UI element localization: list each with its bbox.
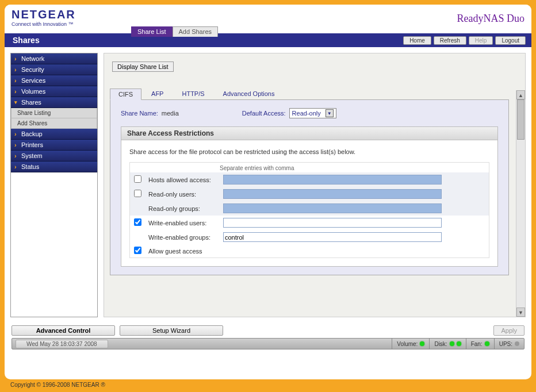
disk-led1-icon [450,341,454,346]
restrictions-intro: Share access for the file protocol can b… [129,148,489,155]
brand-tagline: Connect with Innovation ™ [12,21,76,27]
sidebar-item-system[interactable]: System [11,151,97,162]
write-groups-input[interactable] [223,232,442,242]
sidebar-item-status[interactable]: Status [11,162,97,172]
status-ups-label: UPS: [499,341,512,347]
display-share-list-button[interactable]: Display Share List [112,62,174,72]
hosts-allowed-checkbox[interactable] [134,175,141,183]
scrollbar[interactable]: ▲ ▼ [516,90,525,317]
restrictions-note: Separate entries with comma [220,163,489,172]
sidebar-item-backup[interactable]: Backup [11,129,97,140]
tab-add-shares[interactable]: Add Shares [173,26,218,37]
readonly-users-input[interactable] [223,189,442,199]
ups-led-icon [515,341,519,346]
page-title: Shares [13,36,40,45]
status-fan-label: Fan: [471,341,483,347]
sidebar-sub-add-shares[interactable]: Add Shares [11,118,97,129]
logout-button[interactable]: Logout [495,36,526,45]
subtab-afp[interactable]: AFP [143,88,172,99]
status-disk-label: Disk: [434,341,447,347]
subtab-https[interactable]: HTTP/S [173,88,213,99]
tab-share-list[interactable]: Share List [131,26,173,37]
volume-led-icon [420,341,424,346]
brand-name: NETGEAR [12,8,76,21]
readonly-groups-label: Read-only groups: [145,201,220,216]
default-access-value: Read-only [292,110,321,117]
write-users-label: Write-enabled users: [145,216,220,230]
disk-led2-icon [457,341,461,346]
status-bar: Wed May 28 18:03:37 2008 Volume: Disk: F… [12,338,524,349]
write-enabled-checkbox[interactable] [134,218,141,226]
hosts-allowed-label: Hosts allowed access: [145,172,220,187]
sidebar-item-volumes[interactable]: Volumes [11,86,97,97]
restrictions-header: Share Access Restrictions [121,127,497,140]
sidebar-item-shares[interactable]: Shares [11,97,97,108]
subtab-cifs[interactable]: CIFS [110,89,141,100]
default-access-label: Default Access: [242,110,286,117]
share-name-label: Share Name: [121,110,158,117]
main-content: Display Share List CIFS AFP HTTP/S Advan… [104,53,526,317]
sidebar-item-network[interactable]: Network [11,53,97,64]
help-button[interactable]: Help [469,36,493,45]
hosts-allowed-input[interactable] [223,175,442,185]
guest-access-label: Allow guest access [145,244,489,258]
scroll-up-icon[interactable]: ▲ [516,90,525,99]
home-button[interactable]: Home [403,36,431,45]
fan-led-icon [485,341,489,346]
default-access-select[interactable]: Read-only ▼ [289,108,336,118]
scroll-down-icon[interactable]: ▼ [516,308,525,317]
sidebar-item-printers[interactable]: Printers [11,140,97,151]
guest-access-checkbox[interactable] [134,247,141,254]
readonly-checkbox[interactable] [134,190,141,197]
readonly-users-label: Read-only users: [145,187,220,201]
status-volume-label: Volume: [397,341,418,347]
write-users-input[interactable] [223,218,442,228]
readonly-groups-input[interactable] [223,203,442,213]
setup-wizard-button[interactable]: Setup Wizard [120,325,223,336]
write-groups-label: Write-enabled groups: [145,230,220,244]
sidebar-sub-share-listing[interactable]: Share Listing [11,108,97,118]
scroll-thumb[interactable] [517,99,524,140]
sidebar: Network Security Services Volumes Shares… [10,53,98,317]
advanced-control-button[interactable]: Advanced Control [12,325,115,336]
share-name-value: media [162,110,179,117]
copyright: Copyright © 1996-2008 NETGEAR ® [5,379,531,388]
sidebar-item-services[interactable]: Services [11,75,97,86]
product-name: ReadyNAS Duo [457,8,525,25]
refresh-button[interactable]: Refresh [434,36,466,45]
apply-button[interactable]: Apply [493,325,524,336]
chevron-down-icon: ▼ [326,109,334,117]
subtab-advanced[interactable]: Advanced Options [215,88,284,99]
logo-block: NETGEAR Connect with Innovation ™ [12,8,76,27]
status-datetime: Wed May 28 18:03:37 2008 [16,340,108,348]
sidebar-item-security[interactable]: Security [11,64,97,75]
